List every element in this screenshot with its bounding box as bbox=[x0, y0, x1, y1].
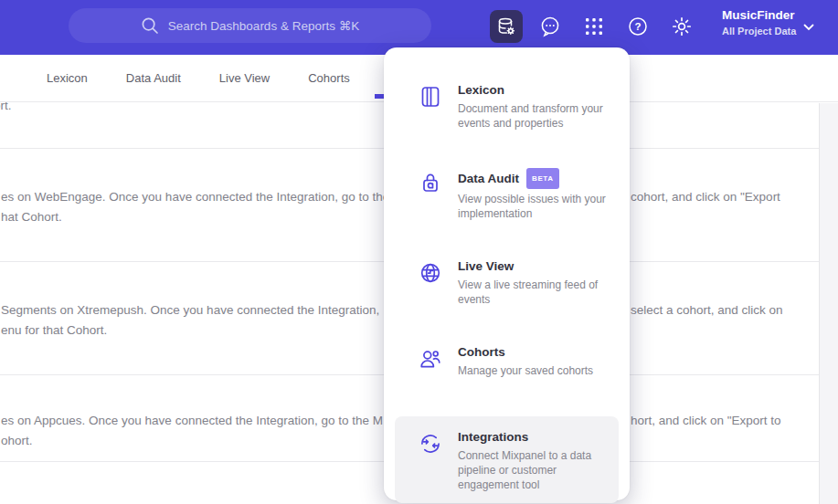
menu-item-title: Lexicon bbox=[458, 82, 613, 99]
grid-icon bbox=[584, 16, 604, 37]
globe-icon bbox=[419, 261, 442, 285]
chevron-down-icon bbox=[803, 24, 814, 31]
mixpanel-app: Search Dashboards & Reports ⌘K bbox=[0, 0, 838, 504]
menu-item-title: Integrations bbox=[458, 429, 613, 446]
menu-item-desc: View possible issues with your implement… bbox=[458, 192, 613, 221]
menu-item-desc: Connect Mixpanel to a data pipeline or c… bbox=[458, 448, 613, 492]
content-text-fragment: hort, and click on "Export to bbox=[631, 412, 781, 430]
chat-bubble-icon bbox=[538, 15, 562, 38]
feedback-button[interactable] bbox=[539, 16, 561, 37]
content-text-fragment: hat Cohort. bbox=[1, 208, 62, 226]
menu-item-title: Data AuditBETA bbox=[458, 168, 613, 189]
help-button[interactable]: ? bbox=[627, 16, 649, 37]
tab-data-audit[interactable]: Data Audit bbox=[126, 71, 181, 85]
lock-icon bbox=[419, 171, 442, 194]
scroll-gutter bbox=[819, 103, 838, 504]
menu-item-title: Live View bbox=[458, 258, 613, 275]
apps-grid-button[interactable] bbox=[583, 16, 605, 37]
search-input[interactable]: Search Dashboards & Reports ⌘K bbox=[69, 8, 431, 43]
menu-item-cohorts[interactable]: Cohorts Manage your saved cohorts bbox=[395, 333, 619, 401]
data-management-button[interactable] bbox=[490, 10, 523, 43]
menu-item-desc: Manage your saved cohorts bbox=[458, 363, 593, 378]
project-name: MusicFinder bbox=[722, 7, 822, 24]
content-text-fragment: cohort, and click on "Export bbox=[631, 188, 780, 206]
people-icon bbox=[419, 347, 442, 371]
gear-icon bbox=[671, 16, 693, 37]
search-placeholder: Search Dashboards & Reports ⌘K bbox=[168, 18, 359, 33]
menu-item-desc: Document and transform your events and p… bbox=[458, 101, 613, 131]
top-bar: Search Dashboards & Reports ⌘K bbox=[0, 0, 838, 55]
tab-cohorts[interactable]: Cohorts bbox=[308, 71, 350, 85]
content-text-fragment: ohort. bbox=[1, 432, 33, 450]
help-icon: ? bbox=[627, 16, 649, 37]
menu-item-title: Cohorts bbox=[458, 344, 593, 361]
database-gear-icon bbox=[495, 16, 517, 37]
content-text-fragment: enu for that Cohort. bbox=[1, 321, 107, 340]
content-text-fragment: select a cohort, and click on bbox=[631, 301, 783, 320]
book-icon bbox=[419, 85, 442, 109]
content-text-fragment: es on WebEngage. Once you have connected… bbox=[1, 188, 389, 206]
menu-item-desc: View a live streaming feed of events bbox=[458, 278, 613, 307]
menu-item-lexicon[interactable]: Lexicon Document and transform your even… bbox=[395, 71, 619, 142]
sync-icon bbox=[419, 432, 442, 456]
beta-badge: BETA bbox=[526, 168, 559, 189]
menu-item-data-audit[interactable]: Data AuditBETA View possible issues with… bbox=[395, 157, 619, 232]
tab-lexicon[interactable]: Lexicon bbox=[47, 71, 88, 85]
menu-item-integrations[interactable]: Integrations Connect Mixpanel to a data … bbox=[395, 416, 619, 503]
content-text-fragment: Segments on Xtremepush. Once you have co… bbox=[1, 301, 379, 320]
data-management-dropdown: Lexicon Document and transform your even… bbox=[384, 47, 630, 500]
svg-text:?: ? bbox=[634, 21, 641, 32]
settings-button[interactable] bbox=[671, 16, 693, 37]
search-icon bbox=[141, 16, 159, 35]
content-text-fragment: es on Appcues. Once you have connected t… bbox=[1, 412, 383, 430]
tab-live-view[interactable]: Live View bbox=[219, 71, 270, 85]
menu-item-live-view[interactable]: Live View View a live streaming feed of … bbox=[395, 247, 619, 318]
